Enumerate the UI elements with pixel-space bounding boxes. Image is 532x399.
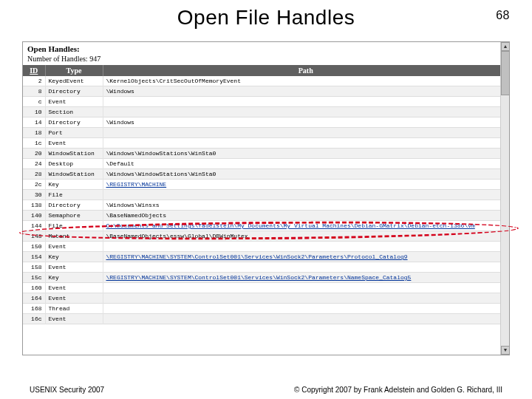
table-row[interactable]: 168Thread (23, 304, 509, 314)
cell-path (103, 262, 509, 273)
table-row[interactable]: 8Directory\Windows (23, 86, 509, 97)
footer-left: USENIX Security 2007 (30, 386, 104, 394)
table-row[interactable]: 18Port (23, 128, 509, 138)
cell-id: 2 (23, 76, 45, 86)
table-row[interactable]: 30File (23, 190, 509, 200)
slide-number: 68 (496, 9, 510, 22)
cell-path: \REGISTRY\MACHINE\SYSTEM\ControlSet001\S… (103, 273, 509, 283)
cell-id: 150 (23, 242, 45, 252)
cell-id: 144 (23, 221, 45, 231)
cell-path: \Windows\WindowStations\WinSta0 (103, 149, 509, 159)
cell-id: 168 (23, 304, 45, 314)
table-row[interactable]: 20WindowStation\Windows\WindowStations\W… (23, 149, 509, 159)
cell-path (103, 128, 509, 138)
cell-path: C:\Documents and Settings\fadelstein\My … (103, 221, 509, 231)
table-row[interactable]: 160Event (23, 283, 509, 293)
table-row[interactable]: 140Semaphore\BaseNamedObjects (23, 211, 509, 221)
cell-path (103, 293, 509, 304)
table-row[interactable]: 154Key\REGISTRY\MACHINE\SYSTEM\ControlSe… (23, 252, 509, 262)
cell-type: Directory (45, 200, 103, 211)
cell-id: 158 (23, 262, 45, 273)
cell-type: Directory (45, 117, 103, 128)
cell-type: File (45, 221, 103, 231)
cell-type: File (45, 190, 103, 200)
footer-right: © Copyright 2007 by Frank Adelstein and … (294, 386, 502, 394)
cell-path (103, 283, 509, 293)
table-row[interactable]: 164Event (23, 293, 509, 304)
scroll-down-button[interactable]: ▼ (501, 346, 510, 355)
path-link[interactable]: C:\Documents and Settings\fadelstein\My … (106, 222, 475, 229)
cell-path (103, 97, 509, 107)
cell-type: Mutant (45, 231, 103, 242)
cell-path: \REGISTRY\MACHINE (103, 180, 509, 190)
cell-type: Event (45, 293, 103, 304)
cell-id: 24 (23, 159, 45, 169)
cell-id: 8 (23, 86, 45, 97)
cell-path: \KernelObjects\CritSecOutOfMemoryEvent (103, 76, 509, 86)
cell-id: 16c (23, 314, 45, 324)
cell-type: Event (45, 262, 103, 273)
table-row[interactable]: 2cKey\REGISTRY\MACHINE (23, 180, 509, 190)
table-row[interactable]: 16cEvent (23, 314, 509, 324)
cell-type: Thread (45, 304, 103, 314)
table-row[interactable]: 1cEvent (23, 138, 509, 149)
cell-id: 14 (23, 117, 45, 128)
cell-type: Key (45, 273, 103, 283)
cell-id: 18 (23, 128, 45, 138)
cell-id: 138 (23, 200, 45, 211)
table-row[interactable]: 28WindowStation\Windows\WindowStations\W… (23, 169, 509, 180)
panel-heading-open-handles: Open Handles: (23, 42, 509, 54)
cell-id: 30 (23, 190, 45, 200)
scroll-thumb[interactable] (501, 51, 510, 95)
cell-path: \Windows\WindowStations\WinSta0 (103, 169, 509, 180)
col-header-id[interactable]: ID (23, 65, 45, 76)
cell-id: 2c (23, 180, 45, 190)
cell-path (103, 314, 509, 324)
cell-path: \Windows (103, 117, 509, 128)
table-row[interactable]: 158Event (23, 262, 509, 273)
table-row[interactable]: 14Directory\Windows (23, 117, 509, 128)
cell-type: WindowStation (45, 149, 103, 159)
vertical-scrollbar[interactable]: ▲ ▼ (500, 42, 509, 355)
table-row[interactable]: 138Directory\Windows\Winsxs (23, 200, 509, 211)
cell-path (103, 190, 509, 200)
handle-count-label: Number of Handles: 947 (23, 54, 509, 65)
cell-id: c (23, 97, 45, 107)
cell-path: \REGISTRY\MACHINE\SYSTEM\ControlSet001\S… (103, 252, 509, 262)
table-row[interactable]: 150Event (23, 242, 509, 252)
col-header-path[interactable]: Path (103, 65, 509, 76)
cell-path (103, 138, 509, 149)
path-link[interactable]: \REGISTRY\MACHINE\SYSTEM\ControlSet001\S… (106, 274, 412, 281)
cell-type: KeyedEvent (45, 76, 103, 86)
path-link[interactable]: \REGISTRY\MACHINE\SYSTEM\ControlSet001\S… (106, 253, 408, 260)
table-row[interactable]: 10Section (23, 107, 509, 117)
path-link[interactable]: \REGISTRY\MACHINE (106, 181, 167, 188)
cell-type: Key (45, 252, 103, 262)
cell-id: 164 (23, 293, 45, 304)
table-row[interactable]: 144FileC:\Documents and Settings\fadelst… (23, 221, 509, 231)
cell-id: 28 (23, 169, 45, 180)
cell-type: Semaphore (45, 211, 103, 221)
cell-type: Event (45, 242, 103, 252)
table-row[interactable]: cEvent (23, 97, 509, 107)
scroll-up-button[interactable]: ▲ (501, 42, 510, 51)
cell-type: Directory (45, 86, 103, 97)
cell-path: \Windows\Winsxs (103, 200, 509, 211)
cell-id: 160 (23, 283, 45, 293)
cell-id: 148 (23, 231, 45, 242)
table-row[interactable]: 24Desktop\Default (23, 159, 509, 169)
cell-type: Event (45, 283, 103, 293)
cell-id: 20 (23, 149, 45, 159)
cell-type: Desktop (45, 159, 103, 169)
table-row[interactable]: 15cKey\REGISTRY\MACHINE\SYSTEM\ControlSe… (23, 273, 509, 283)
table-row[interactable]: 2KeyedEvent\KernelObjects\CritSecOutOfMe… (23, 76, 509, 86)
cell-path: \Default (103, 159, 509, 169)
slide-title-text: Open File Handles (177, 6, 355, 29)
cell-id: 15c (23, 273, 45, 283)
table-row[interactable]: 148Mutant\BaseNamedObjects\essw\Global\D… (23, 231, 509, 242)
cell-path (103, 242, 509, 252)
cell-path: \Windows (103, 86, 509, 97)
cell-type: Event (45, 314, 103, 324)
cell-path: \BaseNamedObjects (103, 211, 509, 221)
col-header-type[interactable]: Type (45, 65, 103, 76)
